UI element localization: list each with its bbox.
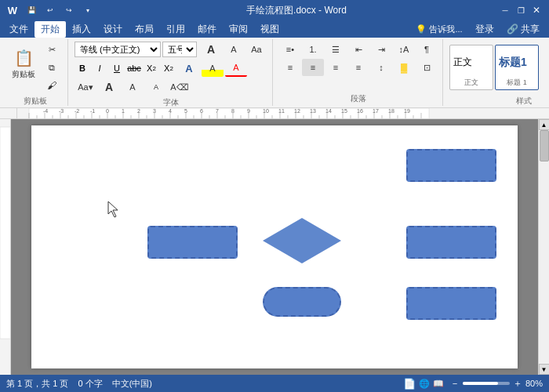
word-logo-icon: W xyxy=(6,5,19,16)
increase-font-btn[interactable]: A xyxy=(200,41,222,58)
line-spacing-btn[interactable]: ↕ xyxy=(370,59,392,76)
view-web-btn[interactable]: 🌐 xyxy=(419,379,430,389)
paste-btn[interactable]: 📋 剪贴板 xyxy=(8,41,39,88)
fill-color-btn[interactable]: ▓ xyxy=(393,59,415,76)
cut-btn[interactable]: ✂ xyxy=(41,41,63,58)
scroll-thumb-v[interactable] xyxy=(540,130,549,162)
italic-btn[interactable]: I xyxy=(92,60,107,76)
main-area: ▲ ▼ xyxy=(0,119,549,375)
menu-view[interactable]: 视图 xyxy=(254,21,285,38)
align-left-btn[interactable]: ≡ xyxy=(279,59,301,76)
svg-text:15: 15 xyxy=(341,108,347,114)
clipboard-label: 剪贴板 xyxy=(24,96,47,107)
style-heading1-btn[interactable]: 标题1 标题 1 xyxy=(495,45,539,90)
show-marks-btn[interactable]: ¶ xyxy=(416,41,438,58)
align-center-btn[interactable]: ≡ xyxy=(302,59,324,76)
svg-text:7: 7 xyxy=(216,108,219,114)
menu-home[interactable]: 开始 xyxy=(35,21,66,38)
font-size-b-btn[interactable]: A xyxy=(122,78,144,96)
paragraph-buttons: ≡• 1. ☰ ⇤ ⇥ ↕A ¶ ≡ ≡ ≡ ≡ ↕ ▓ ⊡ xyxy=(279,41,438,91)
undo-quick-btn[interactable]: ↩ xyxy=(44,5,56,16)
border-btn[interactable]: ⊡ xyxy=(416,59,438,76)
styles-scroll-down-btn[interactable]: ▼ xyxy=(542,59,549,76)
menu-share[interactable]: 🔗 共享 xyxy=(500,21,546,38)
flowchart-shape-diamond[interactable] xyxy=(263,218,341,263)
paste-icon: 📋 xyxy=(14,49,34,67)
justify-btn[interactable]: ≡ xyxy=(347,59,369,76)
copy-btn[interactable]: ⧉ xyxy=(41,59,63,76)
svg-text:-4: -4 xyxy=(43,108,48,114)
view-print-btn[interactable]: 📄 xyxy=(403,378,416,390)
flowchart-shape-4[interactable] xyxy=(406,287,496,320)
zoom-slider[interactable] xyxy=(463,382,510,385)
text-highlight-btn[interactable]: A xyxy=(202,60,224,77)
clear-format-btn[interactable]: Aa xyxy=(245,41,267,58)
menu-login[interactable]: 登录 xyxy=(469,21,500,38)
flowchart-shape-3[interactable] xyxy=(406,226,496,259)
flowchart-shape-2[interactable] xyxy=(147,226,238,259)
zoom-control: － ＋ 80% xyxy=(450,377,543,390)
status-bar: 第 1 页，共 1 页 0 个字 中文(中国) 📄 🌐 📖 － ＋ 80% xyxy=(0,375,549,392)
view-read-btn[interactable]: 📖 xyxy=(433,379,444,389)
page-info: 第 1 页，共 1 页 xyxy=(6,378,68,390)
styles-label: 样式 xyxy=(516,96,532,107)
font-size-select[interactable]: 五号 xyxy=(162,42,197,57)
subscript-btn[interactable]: X2 xyxy=(144,60,159,76)
svg-text:-2: -2 xyxy=(75,108,79,114)
style-normal-btn[interactable]: 正文 正文 xyxy=(449,45,493,90)
minimize-btn[interactable]: ─ xyxy=(499,4,511,16)
menu-insert[interactable]: 插入 xyxy=(66,21,97,38)
increase-indent-btn[interactable]: ⇥ xyxy=(370,41,392,58)
menu-references[interactable]: 引用 xyxy=(160,21,191,38)
menu-tell-me[interactable]: 💡 告诉我... xyxy=(409,22,468,37)
decrease-font-btn[interactable]: A xyxy=(223,41,245,58)
zoom-fill xyxy=(463,382,498,385)
bullets-btn[interactable]: ≡• xyxy=(279,41,301,58)
flowchart-shape-rounded[interactable] xyxy=(263,287,341,317)
styles-scroll-up-btn[interactable]: ▲ xyxy=(542,41,549,58)
menu-file[interactable]: 文件 xyxy=(3,21,35,38)
ruler-corner xyxy=(0,108,17,119)
font-name-select[interactable]: 等线 (中文正文) xyxy=(75,42,161,57)
menu-mailings[interactable]: 邮件 xyxy=(191,21,223,38)
scroll-track-v[interactable] xyxy=(539,130,550,364)
multilevel-btn[interactable]: ☰ xyxy=(325,41,347,58)
close-btn[interactable]: ✕ xyxy=(530,4,543,16)
svg-text:9: 9 xyxy=(247,108,250,114)
change-case-btn[interactable]: Aa▾ xyxy=(75,78,96,96)
save-quick-btn[interactable]: 💾 xyxy=(25,5,38,16)
text-effect-btn[interactable]: A xyxy=(178,60,200,77)
superscript-btn[interactable]: X2 xyxy=(161,60,176,76)
redo-quick-btn[interactable]: ↪ xyxy=(63,5,75,16)
underline-btn[interactable]: U xyxy=(109,60,125,76)
format-painter-btn[interactable]: 🖌 xyxy=(41,77,63,94)
vertical-ruler xyxy=(0,119,11,375)
vertical-scrollbar[interactable]: ▲ ▼ xyxy=(538,119,549,375)
font-size-a-btn[interactable]: A xyxy=(98,78,120,96)
clear-all-fmt-btn[interactable]: A⌫ xyxy=(169,78,191,96)
strikethrough-btn[interactable]: abc xyxy=(126,60,142,76)
sort-btn[interactable]: ↕A xyxy=(393,41,415,58)
customize-quick-btn[interactable]: ▾ xyxy=(82,5,94,16)
document-area[interactable] xyxy=(11,119,538,375)
scroll-down-btn[interactable]: ▼ xyxy=(539,364,550,375)
decrease-indent-btn[interactable]: ⇤ xyxy=(347,41,369,58)
flowchart-shape-1[interactable] xyxy=(406,149,496,182)
zoom-out-btn[interactable]: － xyxy=(450,377,460,390)
align-right-btn[interactable]: ≡ xyxy=(325,59,347,76)
svg-text:19: 19 xyxy=(404,108,410,114)
menu-layout[interactable]: 布局 xyxy=(129,21,160,38)
bold-btn[interactable]: B xyxy=(75,60,90,76)
styles-more-btn[interactable]: ⊞ xyxy=(542,77,549,94)
font-color-btn[interactable]: A xyxy=(225,60,247,77)
numbering-btn[interactable]: 1. xyxy=(302,41,324,58)
menu-review[interactable]: 审阅 xyxy=(223,21,254,38)
restore-btn[interactable]: ❐ xyxy=(514,4,527,16)
scroll-up-btn[interactable]: ▲ xyxy=(539,119,550,130)
svg-text:13: 13 xyxy=(310,108,316,114)
zoom-in-btn[interactable]: ＋ xyxy=(513,377,522,390)
svg-marker-79 xyxy=(108,201,118,217)
menu-design[interactable]: 设计 xyxy=(97,21,129,38)
svg-text:0: 0 xyxy=(106,108,109,114)
font-size-c-btn[interactable]: A xyxy=(145,78,167,96)
